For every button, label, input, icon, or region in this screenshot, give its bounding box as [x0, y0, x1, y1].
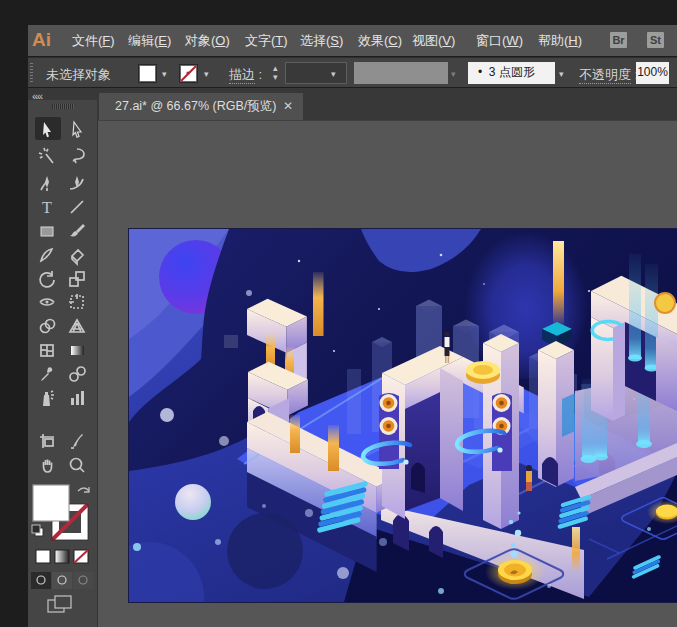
svg-text:T: T	[42, 199, 52, 216]
